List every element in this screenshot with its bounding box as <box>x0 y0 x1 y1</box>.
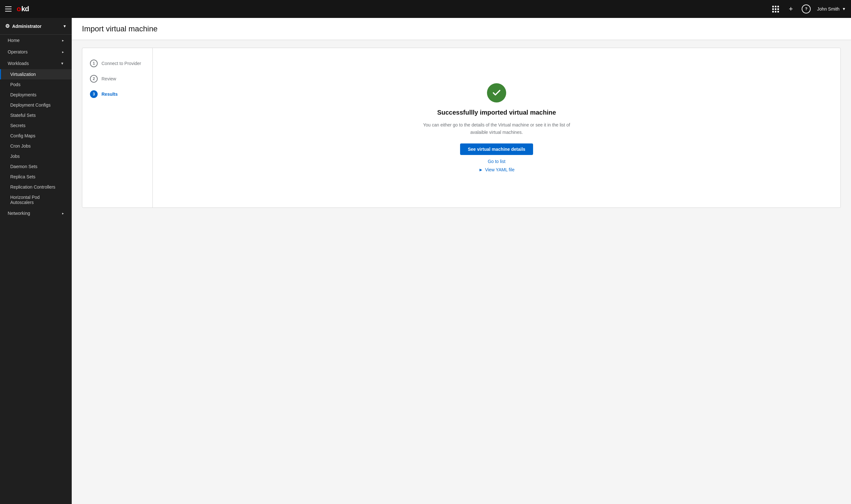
app-logo: okd <box>17 5 29 13</box>
add-icon[interactable]: + <box>786 4 795 14</box>
sidebar: ⚙ Administrator ▼ Home ▸ Operators ▸ Wor… <box>0 18 72 504</box>
result-title: Successfullly imported virtual machine <box>420 109 574 116</box>
sidebar-item-replica-sets[interactable]: Replica Sets <box>0 172 72 182</box>
waffle-icon[interactable] <box>771 4 780 14</box>
sidebar-item-pods[interactable]: Pods <box>0 79 72 90</box>
main-content: Import virtual machine 1 Connect to Prov… <box>72 18 851 504</box>
step-2-label: Review <box>102 76 116 81</box>
step-3-label: Results <box>102 92 118 97</box>
sidebar-item-operators[interactable]: Operators ▸ <box>0 46 72 58</box>
wizard-step-3: 3 Results <box>82 87 152 102</box>
success-icon <box>487 83 506 103</box>
sidebar-item-jobs[interactable]: Jobs <box>0 151 72 161</box>
sidebar-role-label: Administrator <box>12 24 42 29</box>
wizard-body: Successfullly imported virtual machine Y… <box>153 48 840 208</box>
hamburger-menu[interactable] <box>5 6 12 12</box>
result-content: Successfullly imported virtual machine Y… <box>420 83 574 172</box>
wizard-steps-panel: 1 Connect to Provider 2 Review 3 Results <box>82 48 153 208</box>
sidebar-item-deployments[interactable]: Deployments <box>0 90 72 100</box>
sidebar-item-cron-jobs[interactable]: Cron Jobs <box>0 141 72 151</box>
wizard-step-2: 2 Review <box>82 71 152 87</box>
page-header: Import virtual machine <box>72 18 851 40</box>
step-3-number: 3 <box>90 90 98 98</box>
sidebar-item-config-maps[interactable]: Config Maps <box>0 131 72 141</box>
wizard-card: 1 Connect to Provider 2 Review 3 Results <box>82 48 841 208</box>
user-name: John Smith <box>817 6 839 12</box>
sidebar-item-networking[interactable]: Networking ▸ <box>0 208 72 219</box>
networking-chevron-icon: ▸ <box>62 211 64 216</box>
workloads-chevron-icon: ▼ <box>60 61 64 65</box>
view-yaml-link[interactable]: ► View YAML file <box>420 167 574 172</box>
result-description: You can either go to the details of the … <box>420 121 574 136</box>
logo-o: o <box>17 5 20 13</box>
sidebar-item-virtualization[interactable]: Virtualization <box>0 69 72 79</box>
logo-rest: kd <box>21 5 29 13</box>
user-chevron-icon: ▼ <box>842 7 846 11</box>
sidebar-item-horizontal-pod-autoscalers[interactable]: Horizontal Pod Autoscalers <box>0 192 72 208</box>
wizard-step-1: 1 Connect to Provider <box>82 56 152 71</box>
step-1-number: 1 <box>90 59 98 67</box>
see-details-button[interactable]: See virtual machine details <box>460 143 533 155</box>
page-content: 1 Connect to Provider 2 Review 3 Results <box>72 40 851 504</box>
help-icon[interactable]: ? <box>802 4 811 14</box>
user-menu[interactable]: John Smith ▼ <box>817 6 846 12</box>
sidebar-item-home[interactable]: Home ▸ <box>0 35 72 46</box>
sidebar-item-stateful-sets[interactable]: Stateful Sets <box>0 110 72 121</box>
sidebar-item-deployment-configs[interactable]: Deployment Configs <box>0 100 72 110</box>
step-2-number: 2 <box>90 75 98 83</box>
sidebar-item-replication-controllers[interactable]: Replication Controllers <box>0 182 72 192</box>
sidebar-role[interactable]: ⚙ Administrator ▼ <box>0 18 72 35</box>
gear-icon: ⚙ <box>5 23 10 29</box>
role-chevron-icon: ▼ <box>63 24 67 29</box>
sidebar-item-daemon-sets[interactable]: Daemon Sets <box>0 161 72 172</box>
go-to-list-link[interactable]: Go to list <box>420 159 574 164</box>
yaml-link-label: View YAML file <box>485 167 514 172</box>
sidebar-item-secrets[interactable]: Secrets <box>0 121 72 131</box>
sidebar-item-workloads[interactable]: Workloads ▼ <box>0 58 72 69</box>
page-title: Import virtual machine <box>82 24 841 33</box>
topnav-actions: + ? John Smith ▼ <box>771 4 846 14</box>
top-navigation: okd + ? John Smith ▼ <box>0 0 851 18</box>
home-chevron-icon: ▸ <box>62 38 64 42</box>
step-1-label: Connect to Provider <box>102 61 141 66</box>
sidebar-nav: Home ▸ Operators ▸ Workloads ▼ Virtualiz… <box>0 35 72 219</box>
operators-chevron-icon: ▸ <box>62 50 64 54</box>
chevron-right-icon: ► <box>479 167 483 172</box>
